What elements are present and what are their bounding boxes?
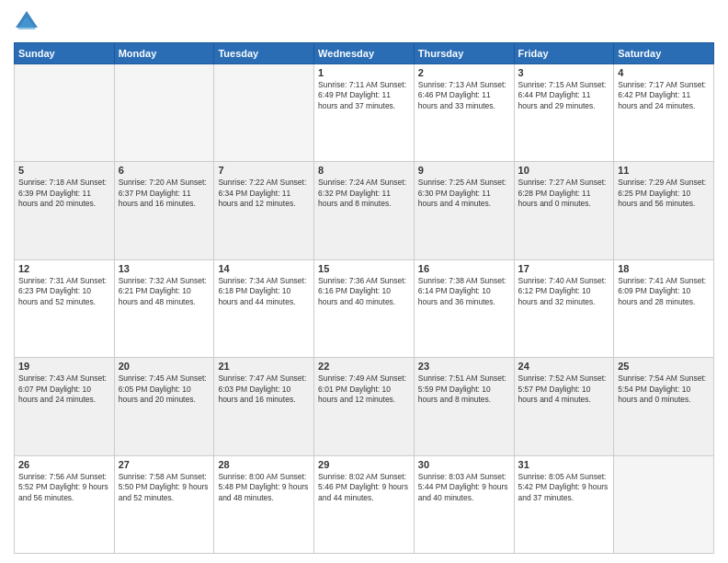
day-number: 18 xyxy=(618,263,710,274)
calendar-cell: 8Sunrise: 7:24 AM Sunset: 6:32 PM Daylig… xyxy=(314,162,415,259)
day-number: 16 xyxy=(418,263,510,274)
day-number: 6 xyxy=(119,165,210,176)
cell-info: Sunrise: 7:24 AM Sunset: 6:32 PM Dayligh… xyxy=(318,178,410,209)
day-header-thursday: Thursday xyxy=(414,43,514,64)
day-number: 3 xyxy=(518,67,610,78)
cell-info: Sunrise: 7:34 AM Sunset: 6:18 PM Dayligh… xyxy=(218,276,310,307)
day-number: 25 xyxy=(618,361,710,372)
day-number: 9 xyxy=(418,165,510,176)
day-number: 30 xyxy=(418,459,510,470)
calendar-cell: 18Sunrise: 7:41 AM Sunset: 6:09 PM Dayli… xyxy=(614,259,714,357)
calendar-cell: 21Sunrise: 7:47 AM Sunset: 6:03 PM Dayli… xyxy=(214,358,314,455)
calendar-cell: 25Sunrise: 7:54 AM Sunset: 5:54 PM Dayli… xyxy=(614,358,714,455)
day-number: 10 xyxy=(518,165,610,176)
day-header-friday: Friday xyxy=(514,43,614,64)
day-number: 11 xyxy=(618,165,710,176)
calendar-week-1: 1Sunrise: 7:11 AM Sunset: 6:49 PM Daylig… xyxy=(15,64,714,162)
calendar-table: SundayMondayTuesdayWednesdayThursdayFrid… xyxy=(14,42,714,554)
calendar-cell: 16Sunrise: 7:38 AM Sunset: 6:14 PM Dayli… xyxy=(414,259,514,357)
cell-info: Sunrise: 7:49 AM Sunset: 6:01 PM Dayligh… xyxy=(318,373,410,405)
cell-info: Sunrise: 7:54 AM Sunset: 5:54 PM Dayligh… xyxy=(618,373,710,405)
calendar-cell xyxy=(614,455,714,553)
header xyxy=(14,9,714,35)
day-header-saturday: Saturday xyxy=(614,43,714,64)
cell-info: Sunrise: 7:25 AM Sunset: 6:30 PM Dayligh… xyxy=(418,178,510,209)
day-number: 5 xyxy=(18,165,110,176)
day-number: 24 xyxy=(518,361,610,372)
cell-info: Sunrise: 7:27 AM Sunset: 6:28 PM Dayligh… xyxy=(518,178,610,209)
cell-info: Sunrise: 7:13 AM Sunset: 6:46 PM Dayligh… xyxy=(418,80,510,111)
calendar-cell: 15Sunrise: 7:36 AM Sunset: 6:16 PM Dayli… xyxy=(314,259,415,357)
cell-info: Sunrise: 7:40 AM Sunset: 6:12 PM Dayligh… xyxy=(518,276,610,307)
calendar-cell: 6Sunrise: 7:20 AM Sunset: 6:37 PM Daylig… xyxy=(114,162,214,259)
calendar-cell: 28Sunrise: 8:00 AM Sunset: 5:48 PM Dayli… xyxy=(214,455,314,553)
calendar-header-row: SundayMondayTuesdayWednesdayThursdayFrid… xyxy=(15,43,714,64)
cell-info: Sunrise: 7:38 AM Sunset: 6:14 PM Dayligh… xyxy=(418,276,510,307)
cell-info: Sunrise: 7:32 AM Sunset: 6:21 PM Dayligh… xyxy=(119,276,210,307)
calendar-cell xyxy=(15,64,115,162)
calendar-cell: 17Sunrise: 7:40 AM Sunset: 6:12 PM Dayli… xyxy=(514,259,614,357)
calendar-week-5: 26Sunrise: 7:56 AM Sunset: 5:52 PM Dayli… xyxy=(15,455,714,553)
day-header-wednesday: Wednesday xyxy=(314,43,415,64)
cell-info: Sunrise: 7:52 AM Sunset: 5:57 PM Dayligh… xyxy=(518,373,610,405)
day-number: 28 xyxy=(218,459,310,470)
calendar-cell: 4Sunrise: 7:17 AM Sunset: 6:42 PM Daylig… xyxy=(614,64,714,162)
cell-info: Sunrise: 7:58 AM Sunset: 5:50 PM Dayligh… xyxy=(119,472,210,503)
logo-icon xyxy=(14,9,40,35)
cell-info: Sunrise: 7:47 AM Sunset: 6:03 PM Dayligh… xyxy=(218,373,310,405)
day-number: 23 xyxy=(418,361,510,372)
calendar-cell: 12Sunrise: 7:31 AM Sunset: 6:23 PM Dayli… xyxy=(15,259,115,357)
calendar-cell xyxy=(114,64,214,162)
cell-info: Sunrise: 7:20 AM Sunset: 6:37 PM Dayligh… xyxy=(119,178,210,209)
cell-info: Sunrise: 7:18 AM Sunset: 6:39 PM Dayligh… xyxy=(18,178,110,209)
cell-info: Sunrise: 7:15 AM Sunset: 6:44 PM Dayligh… xyxy=(518,80,610,111)
calendar-cell: 29Sunrise: 8:02 AM Sunset: 5:46 PM Dayli… xyxy=(314,455,415,553)
calendar-cell: 30Sunrise: 8:03 AM Sunset: 5:44 PM Dayli… xyxy=(414,455,514,553)
calendar-cell: 13Sunrise: 7:32 AM Sunset: 6:21 PM Dayli… xyxy=(114,259,214,357)
day-number: 22 xyxy=(318,361,410,372)
calendar-cell xyxy=(214,64,314,162)
logo xyxy=(14,9,43,35)
calendar-week-3: 12Sunrise: 7:31 AM Sunset: 6:23 PM Dayli… xyxy=(15,259,714,357)
calendar-cell: 3Sunrise: 7:15 AM Sunset: 6:44 PM Daylig… xyxy=(514,64,614,162)
day-number: 1 xyxy=(318,67,410,78)
calendar-cell: 7Sunrise: 7:22 AM Sunset: 6:34 PM Daylig… xyxy=(214,162,314,259)
calendar-cell: 2Sunrise: 7:13 AM Sunset: 6:46 PM Daylig… xyxy=(414,64,514,162)
cell-info: Sunrise: 7:56 AM Sunset: 5:52 PM Dayligh… xyxy=(18,472,110,503)
cell-info: Sunrise: 8:05 AM Sunset: 5:42 PM Dayligh… xyxy=(518,472,610,503)
calendar-cell: 22Sunrise: 7:49 AM Sunset: 6:01 PM Dayli… xyxy=(314,358,415,455)
day-number: 21 xyxy=(218,361,310,372)
cell-info: Sunrise: 7:17 AM Sunset: 6:42 PM Dayligh… xyxy=(618,80,710,111)
calendar-week-2: 5Sunrise: 7:18 AM Sunset: 6:39 PM Daylig… xyxy=(15,162,714,259)
cell-info: Sunrise: 7:36 AM Sunset: 6:16 PM Dayligh… xyxy=(318,276,410,307)
calendar-cell: 24Sunrise: 7:52 AM Sunset: 5:57 PM Dayli… xyxy=(514,358,614,455)
calendar-cell: 19Sunrise: 7:43 AM Sunset: 6:07 PM Dayli… xyxy=(15,358,115,455)
calendar-cell: 26Sunrise: 7:56 AM Sunset: 5:52 PM Dayli… xyxy=(15,455,115,553)
day-header-monday: Monday xyxy=(114,43,214,64)
day-number: 26 xyxy=(18,459,110,470)
page: SundayMondayTuesdayWednesdayThursdayFrid… xyxy=(0,0,728,563)
cell-info: Sunrise: 7:22 AM Sunset: 6:34 PM Dayligh… xyxy=(218,178,310,209)
day-number: 13 xyxy=(119,263,210,274)
day-header-tuesday: Tuesday xyxy=(214,43,314,64)
cell-info: Sunrise: 8:00 AM Sunset: 5:48 PM Dayligh… xyxy=(218,472,310,503)
calendar-cell: 20Sunrise: 7:45 AM Sunset: 6:05 PM Dayli… xyxy=(114,358,214,455)
day-number: 14 xyxy=(218,263,310,274)
calendar-cell: 5Sunrise: 7:18 AM Sunset: 6:39 PM Daylig… xyxy=(15,162,115,259)
day-number: 4 xyxy=(618,67,710,78)
day-number: 12 xyxy=(18,263,110,274)
cell-info: Sunrise: 8:03 AM Sunset: 5:44 PM Dayligh… xyxy=(418,472,510,503)
day-number: 8 xyxy=(318,165,410,176)
calendar-cell: 1Sunrise: 7:11 AM Sunset: 6:49 PM Daylig… xyxy=(314,64,415,162)
cell-info: Sunrise: 8:02 AM Sunset: 5:46 PM Dayligh… xyxy=(318,472,410,503)
cell-info: Sunrise: 7:41 AM Sunset: 6:09 PM Dayligh… xyxy=(618,276,710,307)
cell-info: Sunrise: 7:51 AM Sunset: 5:59 PM Dayligh… xyxy=(418,373,510,405)
day-number: 29 xyxy=(318,459,410,470)
calendar-cell: 31Sunrise: 8:05 AM Sunset: 5:42 PM Dayli… xyxy=(514,455,614,553)
calendar-cell: 23Sunrise: 7:51 AM Sunset: 5:59 PM Dayli… xyxy=(414,358,514,455)
calendar-cell: 10Sunrise: 7:27 AM Sunset: 6:28 PM Dayli… xyxy=(514,162,614,259)
day-number: 20 xyxy=(119,361,210,372)
calendar-cell: 27Sunrise: 7:58 AM Sunset: 5:50 PM Dayli… xyxy=(114,455,214,553)
cell-info: Sunrise: 7:11 AM Sunset: 6:49 PM Dayligh… xyxy=(318,80,410,111)
day-number: 7 xyxy=(218,165,310,176)
